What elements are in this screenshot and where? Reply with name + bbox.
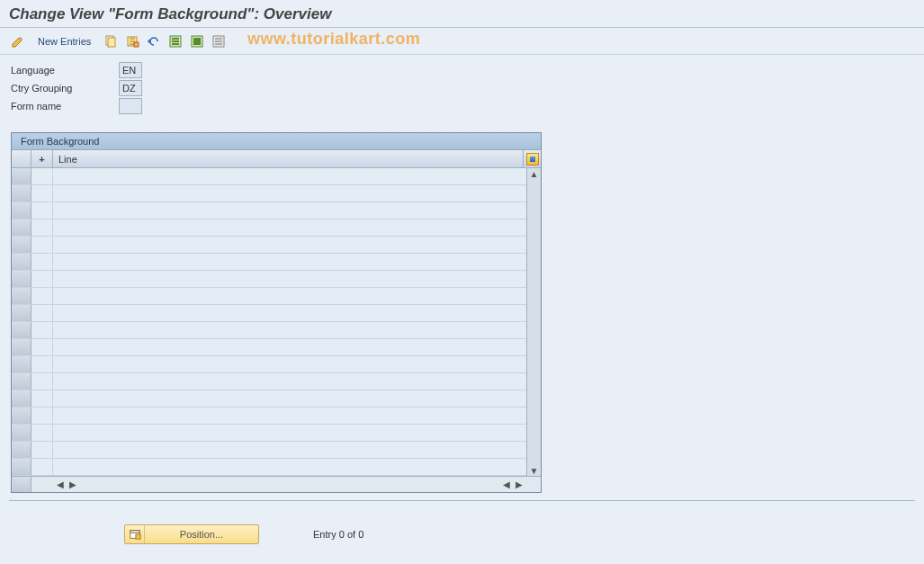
table-row[interactable]	[12, 356, 526, 373]
cell-line[interactable]	[53, 254, 526, 270]
table-row[interactable]	[12, 407, 526, 425]
row-select-handle[interactable]	[12, 390, 31, 407]
cell-plus[interactable]	[31, 373, 53, 389]
language-field[interactable]	[119, 62, 142, 78]
position-button[interactable]: Position...	[124, 524, 259, 544]
cell-plus[interactable]	[31, 339, 53, 355]
undo-icon[interactable]	[145, 32, 163, 50]
scroll-up-icon[interactable]: ▲	[529, 168, 540, 179]
cell-line[interactable]	[53, 442, 526, 458]
deselect-all-icon[interactable]	[210, 32, 228, 50]
row-select-handle[interactable]	[12, 407, 31, 424]
cell-plus[interactable]	[31, 237, 53, 253]
select-block-icon[interactable]	[188, 32, 206, 50]
table-row[interactable]	[12, 185, 526, 202]
row-select-handle[interactable]	[12, 271, 31, 287]
cell-plus[interactable]	[31, 305, 53, 321]
cell-line[interactable]	[53, 425, 526, 441]
table-row[interactable]	[12, 322, 526, 339]
vertical-scrollbar[interactable]: ▲ ▼	[526, 168, 541, 476]
form-name-field[interactable]	[119, 98, 142, 114]
horizontal-scrollbar[interactable]: ◀ ▶ ◀ ▶	[53, 479, 526, 490]
new-entries-button[interactable]: New Entries	[31, 34, 98, 49]
cell-line[interactable]	[53, 373, 526, 389]
row-select-handle[interactable]	[12, 305, 31, 321]
cell-line[interactable]	[53, 185, 526, 201]
row-select-handle[interactable]	[12, 442, 31, 458]
cell-line[interactable]	[53, 407, 526, 424]
grid-configure-button[interactable]	[523, 150, 541, 167]
table-row[interactable]	[12, 390, 526, 407]
copy-icon[interactable]	[102, 32, 120, 50]
grid-select-header[interactable]	[12, 150, 31, 167]
table-row[interactable]	[12, 288, 526, 305]
cell-plus[interactable]	[31, 442, 53, 458]
table-row[interactable]	[12, 305, 526, 322]
row-select-handle[interactable]	[12, 202, 31, 219]
watermark-text: www.tutorialkart.com	[247, 30, 420, 49]
scroll-left-step-icon[interactable]: ◀	[501, 479, 512, 490]
cell-plus[interactable]	[31, 459, 53, 475]
cell-plus[interactable]	[31, 185, 53, 201]
row-select-handle[interactable]	[12, 254, 31, 270]
cell-line[interactable]	[53, 356, 526, 372]
cell-plus[interactable]	[31, 219, 53, 236]
table-row[interactable]	[12, 459, 526, 476]
table-row[interactable]	[12, 254, 526, 271]
table-row[interactable]	[12, 237, 526, 254]
cell-plus[interactable]	[31, 407, 53, 424]
row-select-handle[interactable]	[12, 237, 31, 253]
row-select-handle[interactable]	[12, 288, 31, 304]
cell-plus[interactable]	[31, 254, 53, 270]
cell-line[interactable]	[53, 219, 526, 236]
cell-line[interactable]	[53, 168, 526, 184]
delete-icon[interactable]	[123, 32, 141, 50]
footer-bar: Position... Entry 0 of 0	[0, 521, 924, 548]
table-row[interactable]	[12, 271, 526, 288]
table-row[interactable]	[12, 219, 526, 237]
row-select-handle[interactable]	[12, 356, 31, 372]
table-row[interactable]	[12, 339, 526, 356]
cell-line[interactable]	[53, 322, 526, 338]
table-row[interactable]	[12, 425, 526, 442]
row-select-handle[interactable]	[12, 373, 31, 389]
cell-line[interactable]	[53, 288, 526, 304]
table-row[interactable]	[12, 202, 526, 219]
cell-line[interactable]	[53, 305, 526, 321]
cell-line[interactable]	[53, 339, 526, 355]
scroll-right-icon[interactable]: ▶	[514, 479, 525, 490]
row-select-handle[interactable]	[12, 219, 31, 236]
cell-line[interactable]	[53, 271, 526, 287]
row-select-handle[interactable]	[12, 322, 31, 338]
scroll-right-step-icon[interactable]: ▶	[67, 479, 78, 490]
svg-rect-16	[135, 534, 139, 539]
row-select-handle[interactable]	[12, 168, 31, 184]
table-row[interactable]	[12, 442, 526, 459]
cell-plus[interactable]	[31, 390, 53, 407]
grid-column-line[interactable]: Line	[53, 150, 523, 167]
row-select-handle[interactable]	[12, 185, 31, 201]
edit-icon[interactable]	[9, 32, 27, 50]
row-select-handle[interactable]	[12, 459, 31, 475]
scroll-left-icon[interactable]: ◀	[55, 479, 66, 490]
form-background-grid: Form Background + Line ▲ ▼ ◀ ▶ ◀ ▶	[11, 132, 542, 493]
cell-plus[interactable]	[31, 202, 53, 219]
cell-plus[interactable]	[31, 322, 53, 338]
table-row[interactable]	[12, 373, 526, 390]
cell-plus[interactable]	[31, 271, 53, 287]
cell-line[interactable]	[53, 202, 526, 219]
table-row[interactable]	[12, 168, 526, 185]
cell-plus[interactable]	[31, 425, 53, 441]
cell-line[interactable]	[53, 459, 526, 475]
cell-line[interactable]	[53, 390, 526, 407]
grid-column-plus[interactable]: +	[31, 150, 53, 167]
cell-plus[interactable]	[31, 168, 53, 184]
cell-line[interactable]	[53, 237, 526, 253]
scroll-down-icon[interactable]: ▼	[529, 465, 540, 476]
select-all-icon[interactable]	[166, 32, 184, 50]
cell-plus[interactable]	[31, 288, 53, 304]
row-select-handle[interactable]	[12, 339, 31, 355]
ctry-grouping-field[interactable]	[119, 80, 142, 96]
row-select-handle[interactable]	[12, 425, 31, 441]
cell-plus[interactable]	[31, 356, 53, 372]
